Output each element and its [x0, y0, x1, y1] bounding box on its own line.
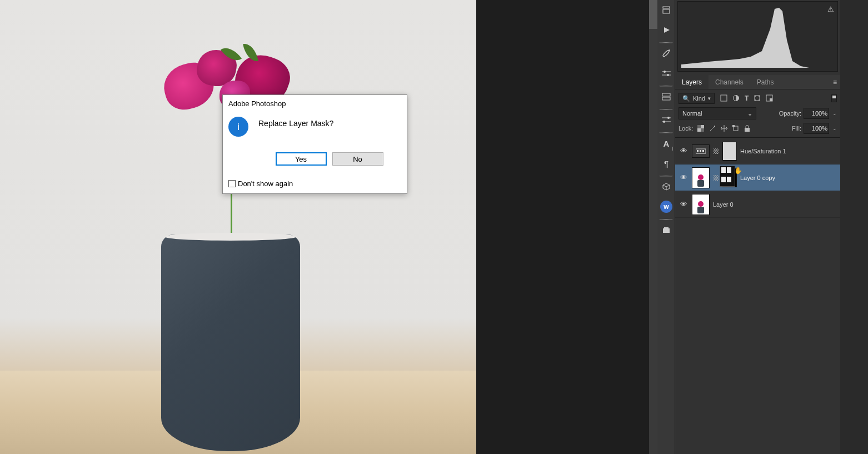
layers-list: 👁 ⛓ Hue/Saturation 1 👁 ⛓ ✋ Layer 0 copy … — [675, 137, 840, 218]
tab-paths[interactable]: Paths — [750, 75, 781, 89]
svg-rect-29 — [700, 150, 701, 152]
chevron-down-icon[interactable]: ⌄ — [832, 111, 837, 116]
layer-row-hue-saturation[interactable]: 👁 ⛓ Hue/Saturation 1 — [675, 138, 840, 164]
character-panel-icon[interactable]: A| — [657, 133, 675, 153]
tab-layers[interactable]: Layers — [675, 75, 709, 89]
yes-button[interactable]: Yes — [276, 152, 327, 166]
properties-panel-icon[interactable] — [657, 110, 675, 130]
svg-rect-30 — [702, 150, 704, 152]
layer-mask-thumb[interactable] — [722, 142, 737, 161]
layer-row-layer0-copy[interactable]: 👁 ⛓ ✋ Layer 0 copy — [675, 164, 840, 191]
right-panel-area: ⚠ Layers Channels Paths ≡ 🔍 Kind ▾ T Nor… — [675, 0, 840, 454]
chevron-down-icon: ▾ — [708, 96, 711, 101]
svg-rect-11 — [664, 227, 669, 228]
opacity-input[interactable]: 100% — [804, 108, 829, 119]
web-panel-icon[interactable]: w — [657, 197, 675, 217]
layer-thumb[interactable] — [692, 167, 710, 188]
dialog-title: Adobe Photoshop — [223, 95, 407, 111]
layer-name[interactable]: Layer 0 — [713, 201, 734, 208]
filter-adjustment-icon[interactable] — [732, 94, 740, 102]
svg-point-18 — [759, 99, 760, 101]
history-panel-icon[interactable] — [657, 0, 675, 20]
filter-type-icon[interactable]: T — [745, 94, 749, 102]
filter-toggle[interactable] — [831, 94, 837, 102]
canvas-area[interactable]: Adobe Photoshop i Replace Layer Mask? Ye… — [0, 0, 476, 454]
blend-mode-select[interactable]: Normal ⌄ — [679, 107, 756, 119]
svg-rect-5 — [662, 97, 670, 100]
svg-point-16 — [759, 96, 760, 97]
svg-rect-23 — [701, 128, 704, 132]
lock-transparent-icon[interactable] — [697, 125, 704, 132]
fill-label: Fill: — [792, 125, 801, 132]
adjustment-thumb-icon[interactable] — [692, 144, 710, 158]
layer-filter-kind[interactable]: 🔍 Kind ▾ — [679, 93, 715, 104]
styles-panel-icon[interactable] — [657, 87, 675, 107]
paragraph-panel-icon[interactable]: ¶ — [657, 153, 675, 173]
blend-mode-value: Normal — [682, 110, 702, 117]
svg-rect-20 — [770, 98, 772, 101]
lock-artboard-icon[interactable] — [732, 125, 739, 132]
vertical-scrollbar[interactable]: ▲ — [649, 0, 657, 454]
collapsed-panel-strip: A| ¶ w — [657, 0, 675, 454]
info-icon: i — [228, 117, 248, 137]
cached-warning-icon[interactable]: ⚠ — [827, 5, 834, 13]
adjustments-panel-icon[interactable] — [657, 63, 675, 83]
svg-rect-22 — [697, 125, 701, 128]
chevron-down-icon[interactable]: ⌄ — [832, 126, 837, 131]
drag-preview-icon — [720, 166, 735, 187]
link-icon[interactable]: ⛓ — [713, 148, 719, 154]
search-icon: 🔍 — [682, 95, 690, 102]
fill-input[interactable]: 100% — [804, 123, 829, 134]
tab-channels[interactable]: Channels — [709, 75, 750, 89]
visibility-toggle[interactable]: 👁 — [679, 173, 689, 182]
layer-name[interactable]: Layer 0 copy — [740, 174, 775, 181]
svg-point-15 — [755, 96, 756, 97]
svg-point-1 — [664, 71, 666, 73]
svg-rect-4 — [662, 93, 670, 96]
dont-show-checkbox[interactable] — [228, 180, 236, 187]
scroll-thumb[interactable] — [649, 0, 657, 29]
vase — [161, 235, 300, 451]
histogram-graph — [681, 7, 809, 68]
3d-panel-icon[interactable] — [657, 177, 675, 197]
panel-menu-icon[interactable]: ≡ — [833, 78, 837, 86]
svg-rect-28 — [697, 150, 699, 152]
kind-label: Kind — [693, 95, 705, 102]
library-panel-icon[interactable] — [657, 220, 675, 240]
svg-rect-12 — [721, 95, 727, 101]
svg-rect-25 — [732, 125, 735, 127]
visibility-toggle[interactable]: 👁 — [679, 147, 689, 155]
visibility-toggle[interactable]: 👁 — [679, 200, 689, 208]
layers-panel-tabs: Layers Channels Paths ≡ — [675, 75, 840, 89]
opacity-label: Opacity: — [779, 110, 801, 117]
svg-rect-26 — [745, 128, 750, 132]
lock-pixels-icon[interactable] — [709, 125, 716, 132]
svg-rect-10 — [663, 228, 670, 233]
svg-point-7 — [667, 117, 670, 119]
canvas-overflow-area — [476, 0, 649, 454]
filter-shape-icon[interactable] — [754, 94, 761, 102]
layer-name[interactable]: Hue/Saturation 1 — [740, 148, 786, 154]
lock-label: Lock: — [679, 125, 693, 132]
chevron-down-icon: ⌄ — [747, 110, 752, 117]
actions-panel-icon[interactable] — [657, 20, 675, 40]
layer-row-layer0[interactable]: 👁 Layer 0 — [675, 191, 840, 218]
link-icon[interactable]: ⛓ — [713, 174, 719, 181]
brushes-panel-icon[interactable] — [657, 43, 675, 63]
filter-pixel-icon[interactable] — [720, 94, 727, 102]
no-button[interactable]: No — [332, 152, 383, 166]
replace-mask-dialog: Adobe Photoshop i Replace Layer Mask? Ye… — [222, 94, 407, 194]
lock-position-icon[interactable] — [721, 125, 727, 132]
svg-point-3 — [667, 74, 669, 76]
svg-point-9 — [663, 121, 665, 123]
hand-cursor-icon: ✋ — [734, 167, 742, 174]
svg-point-17 — [755, 99, 756, 101]
lock-all-icon[interactable] — [744, 125, 750, 132]
histogram-panel[interactable]: ⚠ — [677, 1, 838, 72]
filter-smartobject-icon[interactable] — [766, 94, 773, 102]
dont-show-label: Don't show again — [238, 179, 293, 188]
dialog-message: Replace Layer Mask? — [258, 114, 333, 128]
layer-thumb[interactable] — [692, 194, 710, 215]
